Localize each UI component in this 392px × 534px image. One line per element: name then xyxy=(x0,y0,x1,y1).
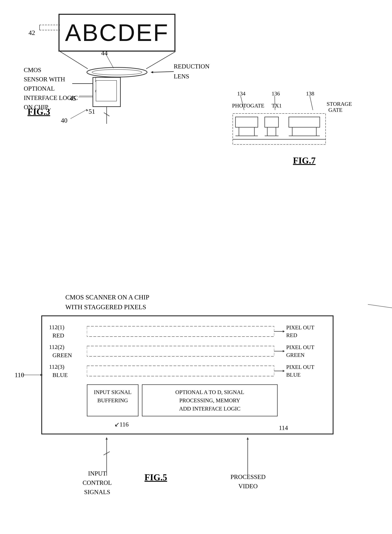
pixel-out-green: PIXEL OUTGREEN xyxy=(285,344,326,359)
input-control-signals: INPUT CONTROL SIGNALS xyxy=(83,469,112,497)
svg-rect-12 xyxy=(96,80,117,101)
pixel-out-red: PIXEL OUTRED xyxy=(285,324,326,339)
svg-rect-53 xyxy=(87,326,274,337)
svg-text:GATE: GATE xyxy=(328,107,342,113)
optics-drawing xyxy=(14,10,255,151)
fig5-bottom-boxes: INPUT SIGNAL BUFFERING OPTIONAL A TO D, … xyxy=(87,384,278,416)
row-green-arrow-right xyxy=(274,348,285,355)
pixel-row-blue: 112(3) BLUE PIXEL OUTBLUE xyxy=(49,363,326,379)
svg-rect-61 xyxy=(87,366,274,376)
svg-text:TX1: TX1 xyxy=(272,102,282,109)
row-blue-label: 112(3) BLUE xyxy=(49,363,87,379)
page: ABCDEF 42 CMOS SENSOR WITH OPTIONAL INTE… xyxy=(0,0,392,534)
svg-marker-66 xyxy=(106,437,108,440)
svg-line-30 xyxy=(310,96,313,110)
optional-atod-box: OPTIONAL A TO D, SIGNAL PROCESSING, MEMO… xyxy=(142,384,278,416)
row-blue-arrow-right xyxy=(274,367,285,374)
pixel-row-red: 112(1) RED PIXEL OUTRED xyxy=(49,323,326,339)
fig5-section: CMOS SCANNER ON A CHIP WITH STAGGERED PI… xyxy=(14,292,378,489)
fig5-title: FIG.5 xyxy=(145,472,167,483)
fig7-section: 134 136 138 PHOTOGATE TX1 STORAGE GATE xyxy=(230,89,378,166)
row-blue-dashed xyxy=(87,365,274,377)
fig7-drawing: 134 136 138 PHOTOGATE TX1 STORAGE GATE xyxy=(230,89,378,155)
svg-rect-57 xyxy=(87,346,274,356)
fig5-below: INPUT CONTROL SIGNALS FIG.5 PROCESSED VI… xyxy=(41,434,378,489)
row-red-arrow-right xyxy=(274,328,285,335)
scanner-label: CMOS SCANNER ON A CHIP WITH STAGGERED PI… xyxy=(65,292,378,312)
svg-marker-52 xyxy=(40,374,43,376)
label-110-arrow xyxy=(22,371,44,378)
fig7-title: FIG.7 xyxy=(230,155,378,166)
processed-video: PROCESSED VIDEO xyxy=(230,472,266,491)
pixel-out-blue: PIXEL OUTBLUE xyxy=(285,363,326,379)
svg-text:STORAGE: STORAGE xyxy=(327,101,352,107)
svg-rect-40 xyxy=(265,117,279,127)
scanner-arrow xyxy=(368,299,392,310)
svg-line-3 xyxy=(60,51,88,69)
svg-line-23 xyxy=(70,110,86,119)
svg-line-13 xyxy=(106,54,113,68)
svg-point-5 xyxy=(87,67,147,77)
svg-rect-36 xyxy=(235,117,258,127)
row-red-label: 112(1) RED xyxy=(49,323,87,339)
row-green-dashed xyxy=(87,345,274,357)
svg-text:136: 136 xyxy=(272,90,280,97)
fig5-outer-box: 110 112(1) RED xyxy=(41,316,334,434)
svg-rect-44 xyxy=(289,117,320,127)
svg-marker-10 xyxy=(151,71,153,73)
svg-text:134: 134 xyxy=(237,90,245,97)
input-signal-buffering-box: INPUT SIGNAL BUFFERING xyxy=(87,384,139,416)
svg-marker-64 xyxy=(283,370,285,372)
svg-marker-24 xyxy=(86,109,88,111)
svg-line-4 xyxy=(146,51,175,69)
svg-marker-69 xyxy=(247,437,249,440)
svg-line-49 xyxy=(368,304,392,308)
label-114: 114 xyxy=(279,424,288,432)
svg-line-9 xyxy=(153,72,174,72)
svg-text:PHOTOGATE: PHOTOGATE xyxy=(232,102,264,109)
svg-text:138: 138 xyxy=(306,90,314,97)
scanner-label-text: CMOS SCANNER ON A CHIP WITH STAGGERED PI… xyxy=(65,292,378,312)
svg-marker-60 xyxy=(283,350,285,352)
row-green-label: 112(2) GREEN xyxy=(49,343,87,359)
pixel-row-green: 112(2) GREEN PIXEL OUTGREEN xyxy=(49,343,326,359)
svg-marker-56 xyxy=(283,330,285,332)
label-116: ↙116 xyxy=(114,421,129,428)
row-red-dashed xyxy=(87,325,274,337)
